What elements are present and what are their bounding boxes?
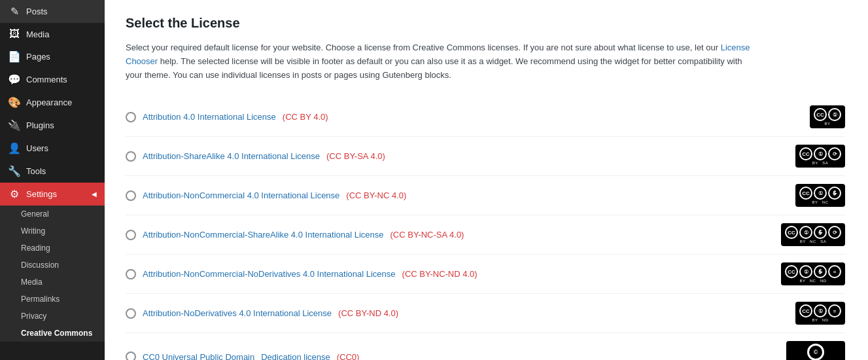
- sidebar-nav-item-posts[interactable]: ✎ Posts: [0, 0, 105, 23]
- license-radio-cc-by-nc[interactable]: [126, 190, 136, 201]
- license-badge-cc-by-nd: CC ① = BY ND: [795, 302, 845, 325]
- license-row: CC0 Universal Public Domain Dedication l…: [126, 333, 845, 360]
- sidebar-nav-item-users[interactable]: 👤 Users: [0, 137, 105, 160]
- license-label-rest: Dedication license: [261, 352, 330, 360]
- license-badge-cc-by-nc: CC ① $̶ BY NC: [795, 184, 845, 207]
- license-label: Attribution-ShareAlike 4.0 International…: [143, 151, 320, 161]
- license-radio-cc-by-sa[interactable]: [126, 151, 136, 162]
- license-row: Attribution 4.0 International License (C…: [126, 98, 845, 137]
- sidebar-nav-label: Pages: [26, 52, 50, 62]
- settings-submenu: General Writing Reading Discussion Media…: [0, 206, 105, 342]
- sidebar-nav-item-plugins[interactable]: 🔌 Plugins: [0, 114, 105, 137]
- sidebar-nav-item-settings[interactable]: ⚙ Settings ◀: [0, 183, 105, 206]
- pd-outer-circle: ©: [807, 344, 824, 360]
- license-list: Attribution 4.0 International License (C…: [126, 98, 845, 360]
- sidebar-nav-label: Plugins: [26, 120, 54, 130]
- nc-circle: $̶: [814, 265, 827, 278]
- license-row: Attribution-NonCommercial 4.0 Internatio…: [126, 176, 845, 215]
- by-circle: ①: [799, 226, 812, 239]
- license-label: Attribution 4.0 International License: [143, 112, 276, 122]
- license-label: Attribution-NonCommercial-ShareAlike 4.0…: [143, 230, 384, 240]
- license-row: Attribution-NonCommercial-NoDerivatives …: [126, 255, 845, 294]
- license-label: CC0 Universal Public Domain: [143, 352, 254, 360]
- sidebar-submenu-item-media[interactable]: Media: [0, 274, 105, 291]
- cc-circle: CC: [785, 265, 798, 278]
- sidebar-submenu-item-permalinks[interactable]: Permalinks: [0, 291, 105, 308]
- sidebar-submenu-item-creative-commons[interactable]: Creative Commons: [0, 325, 105, 342]
- license-row: Attribution-ShareAlike 4.0 International…: [126, 137, 845, 176]
- license-radio-cc-by[interactable]: [126, 112, 136, 122]
- sidebar-submenu-item-reading[interactable]: Reading: [0, 240, 105, 257]
- license-row: Attribution-NonCommercial-ShareAlike 4.0…: [126, 215, 845, 255]
- license-badge-cc-by: CC ① BY: [810, 105, 845, 128]
- license-badge-cc-by-nc-nd: CC ① $̶ = BY NC ND: [781, 262, 845, 285]
- license-row: Attribution-NoDerivatives 4.0 Internatio…: [126, 294, 845, 333]
- sidebar-nav-label: Tools: [26, 166, 46, 176]
- nc-circle: $̶: [828, 187, 841, 200]
- license-radio-cc0[interactable]: [126, 351, 136, 360]
- cc-circle: CC: [799, 147, 812, 160]
- cc-circle: CC: [799, 304, 812, 317]
- sidebar-submenu-item-writing[interactable]: Writing: [0, 223, 105, 240]
- license-code: (CC BY 4.0): [283, 112, 328, 122]
- by-circle: ①: [799, 265, 812, 278]
- users-icon: 👤: [8, 142, 21, 154]
- nc-circle: $̶: [814, 226, 827, 239]
- by-circle: ①: [814, 304, 827, 317]
- appearance-icon: 🎨: [8, 96, 21, 109]
- sa-circle: ⟳: [828, 226, 841, 239]
- sidebar-nav-item-comments[interactable]: 💬 Comments: [0, 68, 105, 91]
- license-label: Attribution-NoDerivatives 4.0 Internatio…: [143, 308, 332, 318]
- license-code: (CC BY-ND 4.0): [338, 308, 398, 318]
- cc-circle: CC: [785, 226, 798, 239]
- by-circle: ①: [828, 108, 841, 121]
- cc-circle: CC: [799, 187, 812, 200]
- license-chooser-link[interactable]: License Chooser: [126, 43, 750, 66]
- license-radio-cc-by-nc-nd[interactable]: [126, 269, 136, 279]
- comments-icon: 💬: [8, 73, 21, 86]
- page-title: Select the License: [126, 16, 847, 31]
- media-icon: 🖼: [8, 28, 21, 40]
- license-code: (CC BY-SA 4.0): [326, 151, 385, 161]
- sidebar-nav-label: Settings: [26, 189, 57, 199]
- sidebar-nav-item-pages[interactable]: 📄 Pages: [0, 45, 105, 68]
- license-badge-cc-by-sa: CC ① ⟳ BY SA: [795, 145, 845, 168]
- license-code: (CC BY-NC-SA 4.0): [391, 230, 464, 240]
- nd-circle: =: [828, 304, 841, 317]
- sidebar-nav-label: Posts: [26, 7, 48, 16]
- sidebar-nav-item-tools[interactable]: 🔧 Tools: [0, 160, 105, 183]
- cc-circle: CC: [814, 108, 827, 121]
- settings-icon: ⚙: [8, 188, 21, 200]
- license-code: (CC BY-NC-ND 4.0): [402, 269, 477, 279]
- sidebar-nav-label: Media: [26, 29, 49, 39]
- license-label: Attribution-NonCommercial-NoDerivatives …: [143, 269, 396, 279]
- license-radio-cc-by-nd[interactable]: [126, 308, 136, 319]
- pages-icon: 📄: [8, 50, 21, 63]
- posts-icon: ✎: [8, 5, 21, 18]
- sidebar-nav-item-media[interactable]: 🖼 Media: [0, 23, 105, 45]
- sidebar-nav-item-appearance[interactable]: 🎨 Appearance: [0, 91, 105, 114]
- settings-arrow: ◀: [92, 190, 97, 198]
- sidebar-submenu-item-discussion[interactable]: Discussion: [0, 257, 105, 274]
- by-circle: ①: [814, 187, 827, 200]
- license-badge-cc-by-nc-sa: CC ① $̶ ⟳ BY NC SA: [781, 223, 845, 246]
- license-label: Attribution-NonCommercial 4.0 Internatio…: [143, 190, 339, 200]
- plugins-icon: 🔌: [8, 119, 21, 132]
- sidebar: ✎ Posts 🖼 Media 📄 Pages 💬 Comments 🎨 App…: [0, 0, 105, 360]
- sidebar-nav-label: Comments: [26, 75, 67, 84]
- license-code: (CC0): [337, 352, 360, 360]
- sidebar-nav-label: Appearance: [26, 98, 72, 107]
- sa-circle: ⟳: [828, 147, 841, 160]
- sidebar-nav-label: Users: [26, 143, 48, 153]
- by-circle: ①: [814, 147, 827, 160]
- nd-circle: =: [828, 265, 841, 278]
- license-badge-cc0: © PUBLICDOMAIN: [786, 341, 845, 360]
- license-code: (CC BY-NC 4.0): [346, 190, 406, 200]
- tools-icon: 🔧: [8, 165, 21, 177]
- license-radio-cc-by-nc-sa[interactable]: [126, 230, 136, 240]
- page-description: Select your required default license for…: [126, 41, 754, 82]
- sidebar-submenu-item-privacy[interactable]: Privacy: [0, 308, 105, 325]
- sidebar-submenu-item-general[interactable]: General: [0, 206, 105, 223]
- main-content: Select the License Select your required …: [105, 0, 868, 360]
